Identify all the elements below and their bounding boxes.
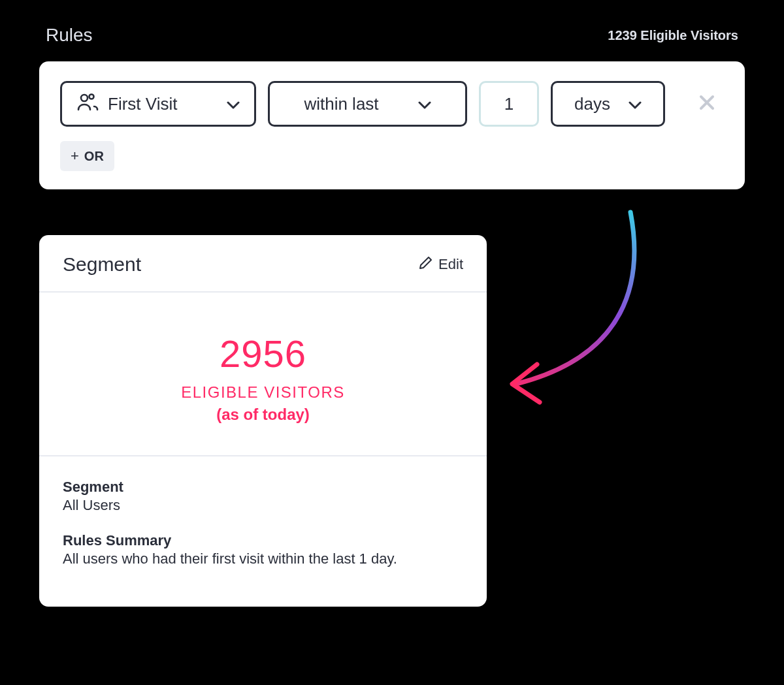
time-operator-select[interactable]: within last <box>268 81 467 127</box>
time-operator-label: within last <box>304 94 378 114</box>
eligible-visitors-count: 1239 Eligible Visitors <box>608 28 738 43</box>
rules-summary-label: Rules Summary <box>63 532 463 549</box>
plus-icon: + <box>71 148 79 165</box>
users-icon <box>76 92 99 116</box>
time-unit-label: days <box>574 94 610 114</box>
segment-card: Segment Edit 2956 ELIGIBLE VISITORS (as … <box>39 235 487 607</box>
visitor-type-select[interactable]: First Visit <box>60 81 256 127</box>
remove-rule-button[interactable] <box>693 89 721 118</box>
segment-name-value: All Users <box>63 497 463 514</box>
segment-metric: 2956 ELIGIBLE VISITORS (as of today) <box>39 293 487 456</box>
segment-title: Segment <box>63 253 141 276</box>
edit-segment-button[interactable]: Edit <box>419 255 463 274</box>
rules-card: First Visit within last 1 days <box>39 61 745 189</box>
rules-summary-value: All users who had their first visit with… <box>63 550 463 567</box>
chevron-down-icon <box>629 94 642 114</box>
pencil-icon <box>419 255 433 274</box>
svg-point-0 <box>81 95 88 101</box>
metric-label: ELIGIBLE VISITORS <box>39 383 487 402</box>
segment-name-label: Segment <box>63 479 463 496</box>
time-unit-select[interactable]: days <box>551 81 665 127</box>
time-value-text: 1 <box>504 94 514 114</box>
metric-value: 2956 <box>39 332 487 375</box>
rules-title: Rules <box>46 25 93 46</box>
edit-label: Edit <box>438 256 463 273</box>
visitor-type-label: First Visit <box>108 94 177 114</box>
connector-arrow <box>497 202 686 424</box>
svg-point-1 <box>90 94 94 99</box>
close-icon <box>698 94 715 114</box>
add-or-label: OR <box>84 149 104 164</box>
chevron-down-icon <box>227 94 240 114</box>
add-or-button[interactable]: + OR <box>60 141 114 171</box>
chevron-down-icon <box>418 94 431 114</box>
metric-sublabel: (as of today) <box>39 406 487 424</box>
time-value-input[interactable]: 1 <box>479 81 539 127</box>
